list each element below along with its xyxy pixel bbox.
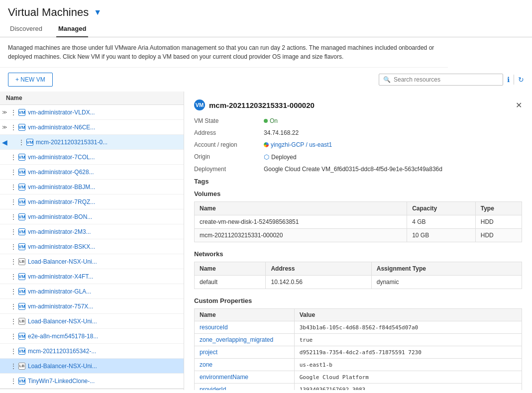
volume-type: HDD (475, 215, 522, 229)
divider (514, 75, 514, 85)
vm-type-icon: VM (18, 153, 26, 161)
table-row: create-vm-new-disk-1-5245985638514 GBHDD (195, 215, 522, 229)
vm-type-icon: VM (18, 183, 26, 191)
more-btn[interactable]: ⋮ (10, 243, 18, 251)
account-region-row: Account / region yingzhi-GCP / us-east1 (194, 141, 522, 148)
new-vm-button[interactable]: + NEW VM (8, 73, 53, 87)
cp-value: 3b43b1a6-105c-4d68-8562-f84d545d07a0 (294, 321, 522, 334)
network-name: default (195, 276, 266, 289)
volumes-section-title: Volumes (194, 190, 522, 197)
custom-properties-table: Name Value resourceId3b43b1a6-105c-4d68-… (194, 308, 522, 390)
search-input[interactable] (394, 76, 499, 83)
vm-type-icon: VM (18, 213, 26, 221)
more-btn[interactable]: ⋮ (10, 362, 18, 370)
volumes-table: Name Capacity Type create-vm-new-disk-1-… (194, 201, 522, 242)
more-btn[interactable]: ⋮ (18, 138, 26, 146)
more-btn[interactable]: ⋮ (10, 228, 18, 236)
more-btn[interactable]: ⋮ (10, 273, 18, 281)
list-item[interactable]: ⋮ LB Load-Balancer-NSX-Uni... (0, 254, 184, 269)
pagination-bar: 1-20 / 3555 ‹ 1 › (0, 389, 184, 390)
refresh-icon[interactable]: ↻ (518, 76, 524, 84)
more-btn[interactable]: ⋮ (10, 168, 18, 176)
more-btn[interactable]: ⋮ (10, 288, 18, 295)
list-item[interactable]: ⋮ VM vm-administrator-757X... (0, 299, 184, 314)
list-item[interactable]: ⋮ LB Load-Balancer-NSX-Uni... (0, 314, 184, 329)
more-btn[interactable]: ⋮ (10, 302, 18, 310)
filter-icon[interactable]: ▼ (94, 8, 102, 17)
more-btn[interactable]: ⋮ (10, 153, 18, 161)
detail-vm-name: mcm-20211203215331-000020 (209, 101, 315, 109)
list-item[interactable]: ≫ ⋮ VM vm-administrator-N6CE... (0, 120, 184, 135)
detail-vm-icon: VM (194, 99, 205, 110)
detail-panel: VM mcm-20211203215331-000020 ✕ VM State … (184, 92, 532, 390)
volumes-col-type: Type (475, 202, 522, 215)
detail-close-button[interactable]: ✕ (516, 100, 522, 110)
list-item[interactable]: ⋮ VM vm-administrator-BON... (0, 209, 184, 224)
list-panel: Name ≫ ⋮ VM vm-administrator-VLDX... ≫ ⋮… (0, 92, 184, 390)
list-item[interactable]: ⋮ VM TinyWin7-LinkedClone-... (0, 374, 184, 389)
toolbar-left: + NEW VM (8, 73, 53, 87)
item-label: vm-administrator-N6CE... (28, 124, 95, 131)
list-items-container: ≫ ⋮ VM vm-administrator-VLDX... ≫ ⋮ VM v… (0, 105, 184, 389)
list-item[interactable]: ⋮ VM e2e-a8n-mcm545178-18... (0, 329, 184, 344)
address-value: 34.74.168.22 (264, 129, 299, 136)
list-item[interactable]: ⋮ LB Load-Balancer-NSX-Uni... (0, 359, 184, 374)
networks-section-title: Networks (194, 250, 522, 258)
table-row: zone_overlapping_migratedtrue (195, 334, 522, 346)
item-label: e2e-a8n-mcm545178-18... (28, 333, 98, 340)
more-btn[interactable]: ⋮ (10, 183, 18, 191)
volume-capacity: 4 GB (407, 215, 476, 229)
list-item[interactable]: ⋮ VM mcm-20211203165342-... (0, 344, 184, 359)
more-btn[interactable]: ⋮ (10, 108, 18, 116)
list-item[interactable]: ≫ ⋮ VM vm-administrator-VLDX... (0, 105, 184, 120)
search-icon: 🔍 (383, 76, 391, 83)
item-label: mcm-20211203165342-... (28, 348, 96, 355)
name-column-label: Name (6, 95, 22, 101)
selected-arrow-icon: ◀ (2, 138, 10, 146)
list-item[interactable]: ⋮ VM vm-administrator-7COL... (0, 150, 184, 165)
expand-btn[interactable]: ≫ (2, 124, 10, 130)
description-text: Managed machines are those under full VM… (0, 37, 448, 68)
account-region-text: yingzhi-GCP / us-east1 (271, 141, 332, 148)
more-btn[interactable]: ⋮ (10, 377, 18, 385)
list-item[interactable]: ⋮ VM vm-administrator-BSKX... (0, 239, 184, 254)
table-row: environmentNameGoogle Cloud Platform (195, 371, 522, 384)
more-btn[interactable]: ⋮ (10, 258, 18, 266)
cp-value: 139340367167692 3083 (294, 384, 522, 391)
list-item[interactable]: ◀ ⋮ VM mcm-20211203215331-0... (0, 135, 184, 150)
list-item[interactable]: ⋮ VM vm-administrator-BBJM... (0, 180, 184, 195)
network-assignment-type: dynamic (371, 276, 522, 289)
list-column-header: Name (0, 92, 184, 105)
search-box: 🔍 (379, 74, 503, 86)
list-item[interactable]: ⋮ VM vm-administrator-2M3... (0, 224, 184, 239)
tab-discovered[interactable]: Discovered (8, 21, 44, 37)
expand-btn[interactable]: ≫ (2, 109, 10, 115)
item-label: vm-administrator-X4FT... (28, 273, 93, 280)
more-btn[interactable]: ⋮ (10, 198, 18, 206)
list-item[interactable]: ⋮ VM vm-administrator-Q628... (0, 165, 184, 180)
network-address: 10.142.0.56 (266, 276, 371, 289)
networks-col-name: Name (195, 262, 266, 276)
deployment-label: Deployment (194, 166, 264, 173)
more-btn[interactable]: ⋮ (10, 332, 18, 340)
table-row: mcm-20211203215331-00002010 GBHDD (195, 229, 522, 242)
table-row: projectd952119a-7354-4dc2-afd5-71875591 … (195, 346, 522, 359)
item-label: vm-administrator-7RQZ... (28, 198, 95, 205)
cp-name: zone (195, 359, 295, 371)
tab-managed[interactable]: Managed (56, 21, 88, 37)
cp-value: us-east1-b (294, 359, 522, 371)
page-title: Virtual Machines (8, 6, 89, 19)
more-btn[interactable]: ⋮ (10, 317, 18, 325)
account-region-value[interactable]: yingzhi-GCP / us-east1 (264, 141, 332, 148)
volumes-col-capacity: Capacity (407, 202, 476, 215)
item-label: vm-administrator-GLA... (28, 288, 91, 295)
list-item[interactable]: ⋮ VM vm-administrator-GLA... (0, 284, 184, 299)
more-btn[interactable]: ⋮ (10, 213, 18, 221)
info-icon[interactable]: ℹ (507, 76, 510, 84)
vm-type-icon: LB (18, 258, 26, 266)
detail-header: VM mcm-20211203215331-000020 ✕ (194, 99, 522, 110)
list-item[interactable]: ⋮ VM vm-administrator-X4FT... (0, 269, 184, 284)
more-btn[interactable]: ⋮ (10, 347, 18, 355)
more-btn[interactable]: ⋮ (10, 123, 18, 131)
list-item[interactable]: ⋮ VM vm-administrator-7RQZ... (0, 195, 184, 209)
